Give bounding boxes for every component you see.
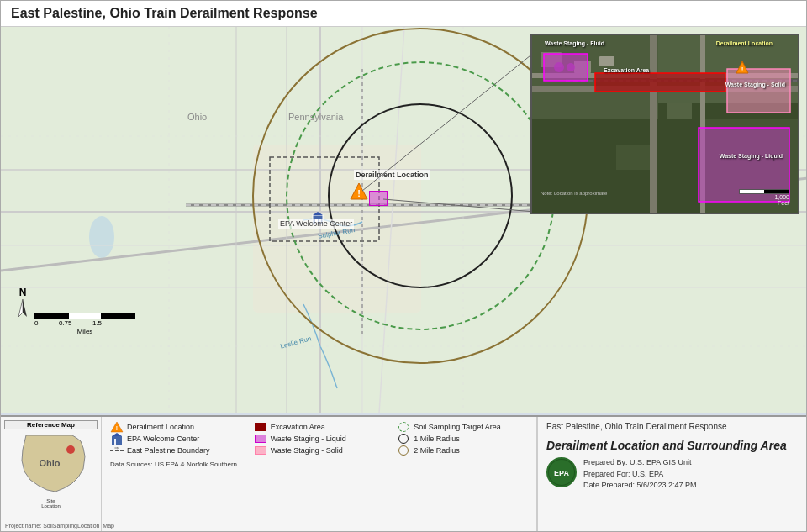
- reference-map-section: Reference Map Ohio Site Location: [1, 417, 102, 531]
- inset-scale: 1,000 Feet: [739, 189, 789, 206]
- legend-label-epa: EPA Welcome Center: [127, 435, 199, 443]
- label-ohio: Ohio: [186, 111, 208, 123]
- legend-label-boundary: East Palestine Boundary: [127, 446, 210, 455]
- derailment-marker: !: [350, 182, 368, 204]
- svg-rect-49: [667, 103, 692, 119]
- title-bar: East Palestine, Ohio Train Derailment Re…: [1, 1, 806, 27]
- scale-seg-1: [34, 313, 68, 319]
- legend-item-waste-solid: Waste Staging - Solid: [254, 445, 385, 456]
- svg-text:!: !: [116, 425, 118, 431]
- inset-label-waste-solid: Waste Staging - Solid: [725, 82, 785, 87]
- derailment-triangle-icon: !: [350, 182, 368, 201]
- legend-label-excavation: Excavation Area: [271, 423, 325, 431]
- legend-circle-2mile: [398, 445, 409, 456]
- legend-section: ! Derailment Location Excavation Area: [102, 417, 537, 531]
- svg-text:⇒: ⇒: [114, 445, 119, 450]
- legend-item-excavation: Excavation Area: [254, 422, 385, 432]
- legend-circle-1mile: [398, 434, 409, 444]
- legend-symbol-epa: [110, 434, 124, 444]
- label-pennsylvania: Pennsylvania: [287, 111, 345, 123]
- main-waste-liquid: [369, 191, 388, 206]
- inset-derailment-icon: !: [736, 61, 749, 74]
- svg-rect-41: [599, 56, 614, 66]
- bottom-bar: Reference Map Ohio Site Location: [1, 415, 806, 531]
- reference-map-title: Reference Map: [4, 420, 98, 429]
- inset-satellite-bg: Waste Staging - Fluid Excavation Area De…: [532, 35, 798, 213]
- legend-item-1mile: 1 Mile Radius: [397, 434, 528, 444]
- inset-scale-unit: Feet: [739, 200, 789, 206]
- svg-rect-61: [114, 439, 116, 445]
- inset-map: Waste Staging - Fluid Excavation Area De…: [530, 34, 799, 214]
- legend-label-soil: Soil Sampling Target Area: [414, 423, 500, 431]
- legend-label-waste-solid: Waste Staging - Solid: [271, 446, 343, 455]
- inset-label-derailment: Derailment Location: [716, 40, 773, 46]
- scale-label-0: 0: [34, 319, 38, 327]
- ohio-state-map: Ohio: [9, 431, 93, 497]
- right-panel-title: East Palestine, Ohio Train Derailment Re…: [546, 422, 798, 431]
- svg-rect-50: [616, 145, 650, 170]
- legend-symbol-waste-liquid: [254, 434, 267, 444]
- main-container: East Palestine, Ohio Train Derailment Re…: [0, 0, 807, 532]
- legend-symbol-excavation: [254, 422, 267, 432]
- legend-label-derailment: Derailment Location: [127, 423, 194, 431]
- right-section: East Palestine, Ohio Train Derailment Re…: [537, 417, 806, 531]
- label-derailment-location: Derailment Location: [354, 170, 430, 180]
- legend-item-derailment: ! Derailment Location: [110, 422, 241, 432]
- map-area: Ohio Pennsylvania Sulphur Run Leslie Run…: [1, 27, 806, 415]
- scale-seg-2: [68, 313, 102, 319]
- svg-text:Ohio: Ohio: [39, 458, 60, 468]
- legend-symbol-derailment: !: [110, 422, 124, 432]
- svg-point-2: [89, 216, 114, 258]
- inset-note: Note: Location is approximate: [541, 191, 607, 196]
- legend-rect-solid: [255, 446, 266, 455]
- ohio-map-container: Ohio: [9, 431, 93, 498]
- inset-svg: [532, 35, 799, 214]
- legend-grid: ! Derailment Location Excavation Area: [110, 422, 528, 456]
- scale-seg-3: [102, 313, 135, 319]
- prepared-info: Prepared By: U.S. EPA GIS Unit Prepared …: [583, 457, 697, 492]
- svg-marker-60: [112, 433, 122, 436]
- page-title: East Palestine, Ohio Train Derailment Re…: [11, 6, 318, 20]
- legend-item-epa: EPA Welcome Center: [110, 434, 241, 444]
- legend-label-waste-liquid: Waste Staging - Liquid: [271, 435, 346, 443]
- svg-rect-46: [544, 54, 588, 81]
- legend-symbol-waste-solid: [254, 445, 267, 456]
- prepared-by: Prepared By: U.S. EPA GIS Unit: [583, 457, 697, 469]
- legend-building-icon: [111, 433, 123, 445]
- legend-circle-soil: [398, 422, 409, 432]
- svg-point-55: [66, 445, 75, 454]
- legend-label-1mile: 1 Mile Radius: [414, 435, 460, 443]
- prepared-for: Prepared For: U.S. EPA: [583, 469, 697, 481]
- legend-symbol-soil: [397, 422, 410, 432]
- data-sources: Data Sources: US EPA & Norfolk Southern: [110, 461, 528, 468]
- svg-rect-59: [112, 436, 122, 445]
- inset-label-excavation: Excavation Area: [604, 67, 649, 73]
- north-arrow: N: [16, 287, 29, 319]
- legend-boundary-icon: ⇒: [110, 445, 124, 456]
- legend-symbol-boundary: ⇒: [110, 445, 124, 456]
- label-epa-welcome-center: EPA Welcome Center: [278, 219, 354, 229]
- legend-rect-liquid: [255, 435, 266, 443]
- epa-logo-icon: EPA: [548, 459, 575, 486]
- svg-rect-47: [727, 69, 790, 113]
- legend-rect-excavation: [255, 423, 266, 431]
- north-arrow-icon: [16, 298, 29, 319]
- scale-bar: 0 0.75 1.5 Miles: [34, 313, 135, 335]
- inset-label-waste-liquid-right: Waste Staging - Liquid: [720, 153, 783, 159]
- svg-text:!: !: [741, 66, 744, 73]
- legend-item-boundary: ⇒ East Palestine Boundary: [110, 445, 241, 456]
- epa-logo: EPA: [546, 457, 577, 487]
- svg-text:EPA: EPA: [554, 469, 569, 477]
- legend-item-waste-liquid: Waste Staging - Liquid: [254, 434, 385, 444]
- svg-rect-45: [595, 73, 725, 92]
- epa-logo-area: EPA Prepared By: U.S. EPA GIS Unit Prepa…: [546, 457, 798, 492]
- date-prepared: Date Prepared: 5/6/2023 2:47 PM: [583, 480, 697, 492]
- site-location-label: Site Location: [41, 498, 61, 508]
- right-panel-subtitle: Derailment Location and Surrounding Area: [546, 435, 798, 452]
- legend-symbol-2mile: [397, 445, 410, 456]
- svg-marker-27: [313, 212, 323, 215]
- legend-label-2mile: 2 Mile Radius: [414, 446, 460, 455]
- project-name: Project name: SoilSamplingLocation_Map: [5, 523, 114, 529]
- legend-triangle-icon: !: [110, 421, 124, 433]
- inset-scale-value: 1,000: [739, 194, 789, 200]
